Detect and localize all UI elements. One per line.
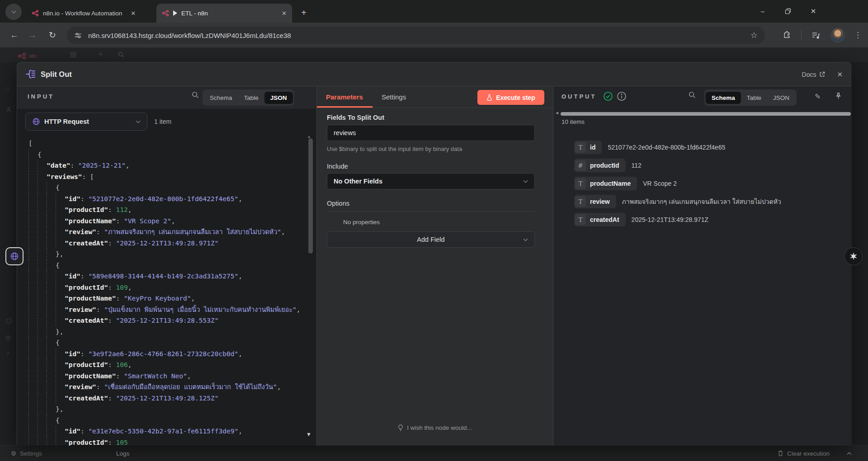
json-code-line: "review": "เชื่อมต่อกับมือถือหลุดบ่อย แบ…: [28, 381, 317, 393]
indent-guide: [28, 415, 38, 426]
success-check-icon: [603, 91, 613, 101]
indent-guide: [47, 271, 56, 282]
indent-guide: [56, 216, 65, 227]
tab-title: n8n.io - Workflow Automation: [43, 10, 122, 17]
schema-field-row[interactable]: TproductNameVR Scope 2: [574, 174, 845, 193]
browser-tab-active[interactable]: ETL - n8n ✕: [156, 4, 292, 23]
search-icon[interactable]: [191, 91, 199, 99]
bookmark-star-icon[interactable]: ☆: [750, 30, 758, 40]
indent-guide: [28, 359, 38, 371]
address-bar[interactable]: n8n.srv1068143.hstgr.cloud/workflow/LzDW…: [67, 27, 765, 44]
indent-guide: [56, 426, 65, 437]
indent-guide: [47, 193, 56, 205]
tab-table[interactable]: Table: [238, 92, 264, 104]
indent-guide: [28, 204, 38, 216]
toolbar-divider: [801, 30, 802, 40]
schema-field-pill: #productId: [574, 159, 626, 172]
tab-schema[interactable]: Schema: [706, 92, 741, 104]
output-hscrollbar-thumb[interactable]: [561, 112, 851, 116]
window-restore-button[interactable]: [783, 6, 793, 16]
json-code-line: "createdAt": "2025-12-21T13:49:28.971Z": [28, 238, 317, 249]
browser-tab-strip: n8n.io - Workflow Automation ✕ ETL - n8n…: [0, 0, 868, 23]
forward-button[interactable]: →: [28, 23, 37, 47]
indent-guide: [56, 293, 65, 304]
indent-guide: [47, 359, 56, 371]
indent-guide: [28, 315, 38, 326]
tab-json[interactable]: JSON: [767, 92, 795, 104]
input-source-select[interactable]: HTTP Request: [25, 113, 147, 131]
tab-settings[interactable]: Settings: [382, 93, 406, 101]
dialog-close-icon[interactable]: ✕: [837, 71, 843, 79]
info-icon[interactable]: [617, 91, 627, 101]
schema-field-row[interactable]: #productId112: [574, 156, 845, 174]
tab-title: ETL - n8n: [181, 10, 208, 17]
output-panel: OUTPUT Schema Table JSON ✎ ◄ 10 items Ti…: [553, 86, 852, 446]
ai-assistant-button[interactable]: [844, 247, 863, 265]
reload-button[interactable]: ↻: [49, 23, 56, 47]
schema-field-pill: Tid: [574, 141, 602, 154]
window-minimize-button[interactable]: −: [758, 6, 768, 16]
sidebar-settings-item[interactable]: ⚙Settings: [11, 450, 42, 457]
json-code-line: },: [28, 404, 317, 415]
lightbulb-icon: [398, 424, 403, 431]
tab-json[interactable]: JSON: [264, 92, 293, 104]
tab-table[interactable]: Table: [741, 92, 767, 104]
back-button[interactable]: ←: [10, 23, 19, 47]
tab-schema[interactable]: Schema: [204, 92, 238, 104]
schema-field-row[interactable]: Treviewภาพสมจริงมากๆ เล่นเกมสนุกจนลืมเวล…: [574, 193, 845, 211]
schema-field-key: id: [586, 144, 601, 151]
tab-search-button[interactable]: [5, 4, 22, 20]
include-select[interactable]: No Other Fields: [327, 173, 535, 189]
media-controls-icon[interactable]: [811, 31, 821, 40]
indent-guide: [38, 437, 47, 446]
add-field-button[interactable]: Add Field: [327, 231, 535, 248]
pin-icon[interactable]: [835, 92, 842, 100]
fields-to-split-out-input[interactable]: reviews: [327, 125, 535, 141]
indent-guide: [47, 326, 56, 338]
docs-link[interactable]: Docs: [802, 71, 826, 78]
indent-guide: [38, 249, 47, 260]
search-icon[interactable]: [688, 91, 696, 99]
browser-menu-icon[interactable]: ⋮: [854, 30, 862, 40]
input-node-pill[interactable]: [5, 247, 24, 265]
profile-avatar[interactable]: [830, 28, 845, 42]
schema-field-value: 112: [632, 162, 642, 169]
help-icon: ?: [6, 350, 9, 357]
window-close-button[interactable]: ✕: [808, 6, 818, 16]
input-scrollbar-thumb[interactable]: [308, 138, 313, 254]
extensions-icon[interactable]: [783, 31, 791, 39]
json-code-line: {: [28, 337, 317, 348]
node-feedback-label: I wish this node would...: [407, 424, 472, 431]
flask-icon: [486, 94, 492, 101]
schema-field-pill: Treview: [574, 195, 616, 208]
new-tab-button[interactable]: +: [297, 6, 310, 19]
logs-panel-toggle[interactable]: Logs: [116, 450, 129, 457]
input-items-count: 1 item: [154, 118, 171, 125]
chevron-up-icon[interactable]: [847, 452, 852, 456]
schema-field-row[interactable]: TcreatedAt2025-12-21T13:49:28.971Z: [574, 211, 845, 229]
input-json-viewer[interactable]: [{"date": "2025-12-21","reviews": [{"id"…: [17, 134, 317, 446]
schema-field-key: createdAt: [586, 216, 625, 223]
indent-guide: [56, 282, 65, 293]
node-feedback-link[interactable]: I wish this node would...: [317, 424, 553, 431]
browser-tab-inactive[interactable]: n8n.io - Workflow Automation ✕: [26, 4, 141, 23]
tab-parameters[interactable]: Parameters: [326, 93, 363, 101]
scroll-down-icon[interactable]: ▼: [306, 431, 311, 437]
divider: [317, 108, 553, 108]
site-settings-icon[interactable]: [74, 32, 82, 39]
indent-guide: [38, 238, 47, 249]
home-icon: ⌂: [5, 85, 9, 92]
tab-close-icon[interactable]: ✕: [131, 10, 136, 17]
hscroll-left-icon[interactable]: ◄: [555, 110, 559, 115]
json-code-line: "productId": 112,: [28, 204, 317, 216]
edit-output-icon[interactable]: ✎: [815, 92, 821, 101]
templates-icon: [5, 317, 12, 324]
schema-field-row[interactable]: Tid521077e2-2e0d-482e-800b-1fd6422f4e65: [574, 138, 845, 156]
indent-guide: [47, 260, 56, 271]
indent-guide: [56, 271, 65, 282]
indent-guide: [38, 315, 47, 326]
clear-execution-button[interactable]: Clear execution: [778, 450, 830, 457]
indent-guide: [47, 204, 56, 216]
execute-step-button[interactable]: Execute step: [477, 90, 544, 105]
tab-close-icon[interactable]: ✕: [282, 10, 287, 17]
